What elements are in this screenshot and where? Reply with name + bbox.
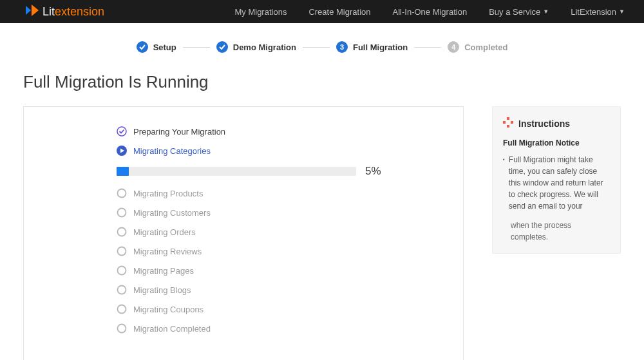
task-row: Preparing Your Migration (117, 126, 448, 137)
progress-fill (117, 167, 129, 176)
caret-down-icon: ▼ (619, 8, 625, 15)
circle-icon (117, 285, 127, 295)
top-header: Litextension My MigrationsCreate Migrati… (0, 0, 644, 23)
nav-item-0[interactable]: My Migrations (234, 7, 287, 17)
progress-bar (117, 167, 356, 176)
step-connector (414, 47, 441, 48)
svg-marker-0 (26, 6, 31, 15)
progress-stepper: SetupDemo Migration3Full Migration4Compl… (0, 23, 644, 72)
task-label: Migrating Customers (133, 208, 211, 218)
svg-point-8 (118, 247, 126, 256)
circle-icon (117, 265, 127, 276)
task-row: Migrating Categories (117, 146, 448, 156)
task-row: Migrating Reviews (117, 246, 448, 256)
circle-icon (117, 304, 127, 314)
instructions-title: Instructions (518, 118, 570, 129)
check-icon (216, 41, 228, 53)
main-nav: My MigrationsCreate MigrationAll-In-One … (234, 7, 625, 17)
step-2: 3Full Migration (336, 41, 408, 53)
task-row: Migration Completed (117, 323, 448, 334)
logo-icon (26, 5, 39, 19)
step-connector (183, 47, 210, 48)
task-label: Migrating Categories (133, 146, 211, 156)
svg-point-6 (118, 209, 126, 217)
svg-point-9 (118, 267, 126, 275)
task-label: Migration Completed (133, 324, 211, 334)
step-label: Demo Migration (233, 43, 296, 52)
progress-text: 5% (365, 165, 381, 178)
task-label: Migrating Reviews (133, 247, 202, 256)
circle-icon (117, 323, 127, 334)
check-circle-icon (117, 126, 127, 137)
svg-point-10 (118, 286, 126, 294)
nav-item-3[interactable]: Buy a Service▼ (489, 7, 549, 17)
svg-marker-1 (32, 5, 39, 16)
instructions-panel: Instructions Full Migration Notice Full … (492, 106, 621, 254)
svg-point-12 (118, 325, 126, 333)
step-connector (303, 47, 330, 48)
logo-text-lit: Lit (43, 5, 55, 19)
progress-row: 5% (117, 165, 448, 178)
task-row: Migrating Pages (117, 265, 448, 276)
circle-icon (117, 246, 127, 256)
task-row: Migrating Customers (117, 207, 448, 218)
instructions-footer: when the process completes. (503, 220, 610, 243)
svg-rect-16 (507, 125, 509, 128)
migration-panel: Preparing Your MigrationMigrating Catego… (23, 106, 464, 360)
instructions-subtitle: Full Migration Notice (503, 138, 610, 147)
caret-down-icon: ▼ (543, 8, 549, 15)
nav-item-2[interactable]: All-In-One Migration (393, 7, 468, 17)
circle-icon (117, 227, 127, 237)
step-label: Completed (464, 43, 507, 52)
nav-item-4[interactable]: LitExtension▼ (571, 7, 625, 17)
page-title: Full Migration Is Running (23, 72, 621, 92)
svg-rect-13 (507, 117, 509, 120)
check-icon (137, 41, 148, 53)
task-label: Migrating Pages (133, 266, 194, 276)
instructions-bullet: Full Migration might take time, you can … (503, 154, 610, 212)
svg-point-2 (117, 127, 126, 136)
task-label: Migrating Coupons (133, 305, 204, 314)
svg-rect-14 (503, 121, 506, 124)
task-label: Migrating Blogs (133, 285, 191, 295)
svg-point-7 (118, 228, 126, 236)
step-1: Demo Migration (216, 41, 296, 53)
task-row: Migrating Products (117, 188, 448, 198)
task-row: Migrating Coupons (117, 304, 448, 314)
task-row: Migrating Blogs (117, 285, 448, 295)
step-3: 4Completed (448, 41, 507, 53)
play-circle-icon (117, 146, 127, 156)
instructions-icon (503, 117, 513, 129)
step-label: Full Migration (353, 43, 408, 52)
step-number: 4 (448, 41, 459, 53)
step-number: 3 (336, 41, 348, 53)
logo[interactable]: Litextension (26, 5, 104, 19)
task-row: Migrating Orders (117, 227, 448, 237)
svg-point-11 (118, 305, 126, 314)
svg-point-5 (118, 189, 126, 198)
step-label: Setup (153, 43, 176, 52)
logo-text-ext: extension (55, 5, 104, 19)
task-label: Preparing Your Migration (133, 127, 225, 137)
circle-icon (117, 188, 127, 198)
task-label: Migrating Products (133, 189, 203, 198)
step-0: Setup (137, 41, 176, 53)
nav-item-1[interactable]: Create Migration (308, 7, 370, 17)
svg-rect-15 (511, 121, 513, 124)
task-label: Migrating Orders (133, 227, 196, 237)
circle-icon (117, 207, 127, 218)
